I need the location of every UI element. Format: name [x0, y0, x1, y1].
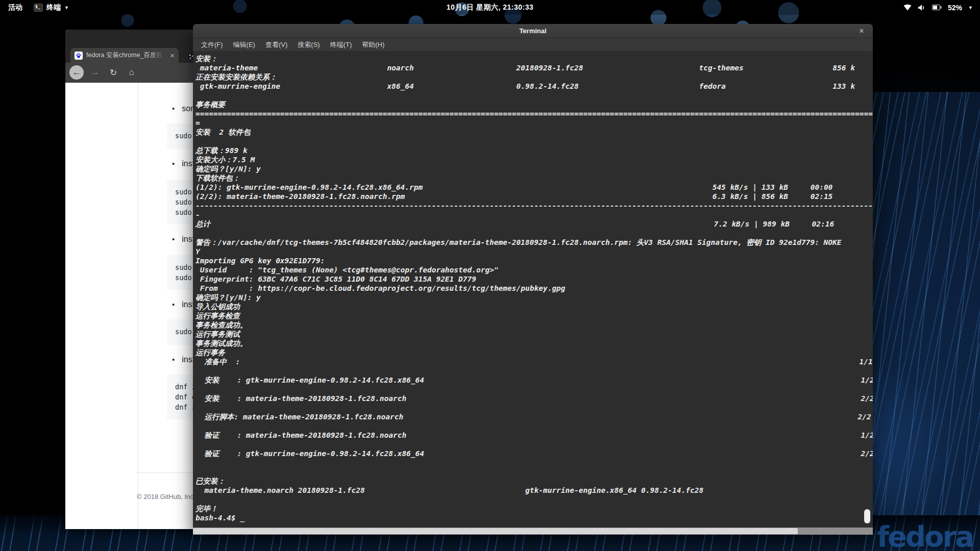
menu-help[interactable]: 帮助(H) — [357, 40, 389, 49]
volume-icon — [918, 4, 926, 11]
bullet-marker: • — [172, 104, 175, 113]
terminal-menubar: 文件(F) 编辑(E) 查看(V) 搜索(S) 终端(T) 帮助(H) — [193, 38, 873, 51]
system-status-area[interactable]: 52% ▼ — [903, 4, 980, 12]
tab-title: fedora 安装chrome_百度搜 — [86, 51, 163, 60]
menu-edit[interactable]: 编辑(E) — [228, 40, 260, 49]
bullet-marker: • — [172, 159, 175, 168]
home-button[interactable]: ⌂ — [125, 65, 139, 80]
window-title: Terminal — [519, 27, 546, 35]
page-footer: © 2018 GitHub, Inc. — [137, 493, 195, 500]
tab-close-icon[interactable]: × — [170, 52, 175, 59]
terminal-titlebar[interactable]: Terminal × — [193, 24, 873, 38]
menu-search[interactable]: 搜索(S) — [292, 40, 325, 49]
baidu-favicon — [75, 52, 83, 60]
forward-button[interactable]: → — [88, 65, 102, 80]
reload-button[interactable]: ↻ — [106, 65, 120, 80]
bullet-marker: • — [172, 300, 175, 309]
clock[interactable]: 10月6日 星期六, 21:30:33 — [0, 3, 980, 12]
horizontal-scrollbar-thumb[interactable] — [193, 528, 798, 534]
desktop: fedora fedora 安装chrome_百度搜 × ← → ↻ — [0, 0, 980, 551]
battery-percent: 52% — [948, 4, 962, 12]
battery-icon — [932, 5, 942, 10]
bullet-marker: • — [172, 235, 175, 244]
bullet-marker: • — [172, 355, 175, 364]
browser-active-tab[interactable]: fedora 安装chrome_百度搜 × — [70, 48, 179, 63]
back-button[interactable]: ← — [69, 65, 84, 80]
terminal-output[interactable]: 安装： materia-theme noarch 20180928-1.fc28… — [193, 52, 873, 522]
chevron-down-icon: ▼ — [968, 5, 973, 10]
horizontal-scrollbar[interactable] — [193, 528, 873, 535]
menu-view[interactable]: 查看(V) — [260, 40, 292, 49]
fedora-wordmark: fedora — [877, 520, 973, 551]
close-icon[interactable]: × — [856, 26, 867, 36]
vertical-scrollbar-thumb[interactable] — [864, 509, 870, 523]
wifi-icon — [903, 4, 912, 11]
menu-terminal[interactable]: 终端(T) — [325, 40, 357, 49]
terminal-screen[interactable]: 安装： materia-theme noarch 20180928-1.fc28… — [193, 52, 873, 528]
terminal-window: Terminal × 文件(F) 编辑(E) 查看(V) 搜索(S) 终端(T)… — [193, 24, 873, 535]
top-bar: 活动 $_ 终端 ▼ 10月6日 星期六, 21:30:33 52% ▼ — [0, 0, 980, 15]
menu-file[interactable]: 文件(F) — [196, 40, 228, 49]
